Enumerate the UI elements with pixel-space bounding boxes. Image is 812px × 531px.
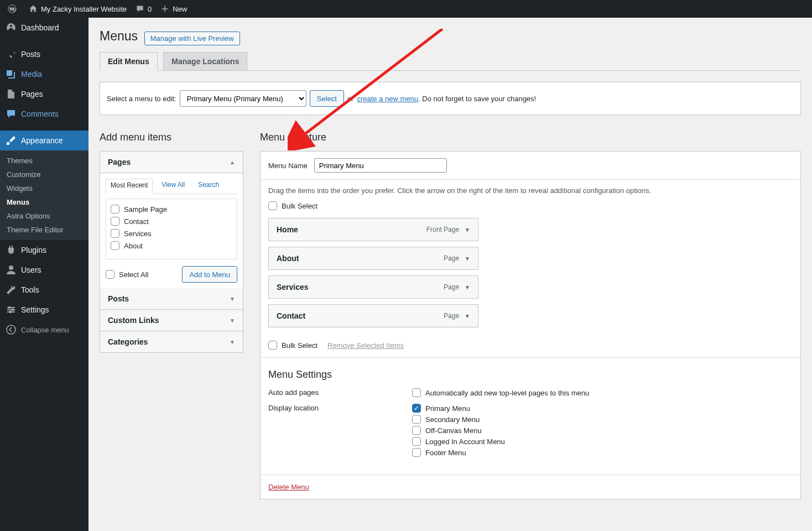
page-checkbox-about[interactable]: About xyxy=(111,241,232,250)
sidebar-label-dashboard: Dashboard xyxy=(21,23,59,32)
display-location-label: Display location xyxy=(268,404,412,412)
sidebar-item-tools[interactable]: Tools xyxy=(0,280,89,300)
bulk-select-checkbox[interactable] xyxy=(268,341,277,350)
checkbox[interactable] xyxy=(412,415,421,424)
menu-item-type: Front Page xyxy=(426,226,459,233)
auto-add-row: Auto add pages Automatically add new top… xyxy=(268,388,793,399)
plugin-icon xyxy=(6,244,17,256)
location-loggedin[interactable]: Logged In Account Menu xyxy=(412,437,505,446)
sub-widgets[interactable]: Widgets xyxy=(0,181,89,195)
menu-name-input[interactable] xyxy=(314,158,447,173)
add-to-menu-button[interactable]: Add to Menu xyxy=(182,266,237,283)
auto-add-checkbox-label[interactable]: Automatically add new top-level pages to… xyxy=(412,388,589,397)
location-offcanvas[interactable]: Off-Canvas Menu xyxy=(412,426,505,435)
sidebar-label-media: Media xyxy=(21,70,42,79)
manage-live-preview-button[interactable]: Manage with Live Preview xyxy=(144,32,240,45)
tab-most-recent[interactable]: Most Recent xyxy=(106,179,153,194)
checkbox[interactable] xyxy=(111,205,119,214)
bulk-select-label[interactable]: Bulk Select xyxy=(282,202,317,210)
menu-item-services[interactable]: Services Page▼ xyxy=(268,275,478,299)
select-all-checkbox[interactable]: Select All xyxy=(106,270,148,279)
delete-menu-link[interactable]: Delete Menu xyxy=(268,483,309,491)
accordion-posts-header[interactable]: Posts ▼ xyxy=(100,288,243,310)
sidebar-item-settings[interactable]: Settings xyxy=(0,300,89,320)
chevron-down-icon[interactable]: ▼ xyxy=(465,227,470,233)
caret-up-icon: ▲ xyxy=(230,159,235,165)
accordion-posts-label: Posts xyxy=(108,294,129,303)
menu-item-home[interactable]: Home Front Page▼ xyxy=(268,218,478,241)
menu-name-label: Menu Name xyxy=(268,162,308,170)
bulk-select-label[interactable]: Bulk Select xyxy=(282,341,317,350)
sub-menus[interactable]: Menus xyxy=(0,195,89,209)
menu-select-row: Select a menu to edit: Primary Menu (Pri… xyxy=(100,82,801,115)
checkbox[interactable] xyxy=(412,448,421,457)
display-location-row: Display location Primary Menu Secondary … xyxy=(268,404,793,459)
checkbox[interactable] xyxy=(412,437,421,446)
menu-selector[interactable]: Primary Menu (Primary Menu) xyxy=(180,90,306,107)
new-content-link[interactable]: New xyxy=(156,0,191,18)
sub-customize[interactable]: Customize xyxy=(0,168,89,181)
menu-structure-column: Menu structure Menu Name Drag the items … xyxy=(260,132,801,499)
sidebar-item-media[interactable]: Media xyxy=(0,64,89,84)
tab-view-all[interactable]: View All xyxy=(157,179,189,194)
tools-icon xyxy=(6,284,17,295)
wp-logo[interactable] xyxy=(3,0,24,18)
sidebar-item-plugins[interactable]: Plugins xyxy=(0,240,89,260)
sidebar-label-comments: Comments xyxy=(21,110,59,118)
accordion-container: Pages ▲ Most Recent View All Search Samp… xyxy=(100,151,243,353)
sidebar-item-pages[interactable]: Pages xyxy=(0,84,89,104)
chevron-down-icon[interactable]: ▼ xyxy=(465,284,470,290)
instructions-text: Drag the items into the order you prefer… xyxy=(261,180,800,201)
checkbox[interactable] xyxy=(106,270,114,279)
collapse-menu-button[interactable]: Collapse menu xyxy=(0,320,89,340)
menu-item-type: Page xyxy=(444,312,459,320)
remove-selected-link[interactable]: Remove Selected Items xyxy=(327,341,404,350)
dashboard-icon xyxy=(6,22,17,33)
sidebar-label-posts: Posts xyxy=(21,50,40,59)
sidebar-item-comments[interactable]: Comments xyxy=(0,104,89,124)
wordpress-icon xyxy=(8,4,17,13)
location-primary[interactable]: Primary Menu xyxy=(412,404,505,413)
menu-item-about[interactable]: About Page▼ xyxy=(268,247,478,270)
admin-bar: My Zacky Installer Website 0 New xyxy=(0,0,812,18)
create-new-menu-link[interactable]: create a new menu xyxy=(357,95,418,103)
checkbox[interactable] xyxy=(412,426,421,435)
sidebar-item-posts[interactable]: Posts xyxy=(0,44,89,64)
accordion-categories-header[interactable]: Categories ▼ xyxy=(100,331,243,352)
checkbox[interactable] xyxy=(412,404,421,413)
chevron-down-icon[interactable]: ▼ xyxy=(465,256,470,262)
sidebar-item-users[interactable]: Users xyxy=(0,260,89,280)
page-checkbox-sample[interactable]: Sample Page xyxy=(111,205,232,214)
tab-manage-locations[interactable]: Manage Locations xyxy=(163,52,247,70)
menu-item-title: Contact xyxy=(277,311,305,320)
sidebar-item-dashboard[interactable]: Dashboard xyxy=(0,18,89,38)
checkbox[interactable] xyxy=(111,217,119,226)
checkbox[interactable] xyxy=(412,388,421,397)
site-name-link[interactable]: My Zacky Installer Website xyxy=(24,0,131,18)
location-secondary[interactable]: Secondary Menu xyxy=(412,415,505,424)
tab-edit-menus[interactable]: Edit Menus xyxy=(100,52,158,71)
auto-add-label: Auto add pages xyxy=(268,388,412,397)
page-checkbox-services[interactable]: Services xyxy=(111,229,232,238)
tab-search[interactable]: Search xyxy=(194,179,223,194)
sidebar-item-appearance[interactable]: Appearance xyxy=(0,131,89,150)
chevron-down-icon[interactable]: ▼ xyxy=(465,313,470,319)
select-button[interactable]: Select xyxy=(310,90,344,107)
comments-link[interactable]: 0 xyxy=(131,0,156,18)
sub-themes[interactable]: Themes xyxy=(0,154,89,168)
user-icon xyxy=(6,264,17,275)
sub-astra[interactable]: Astra Options xyxy=(0,209,89,223)
page-checkbox-contact[interactable]: Contact xyxy=(111,217,232,226)
sub-theme-editor[interactable]: Theme File Editor xyxy=(0,223,89,237)
accordion-links-header[interactable]: Custom Links ▼ xyxy=(100,310,243,331)
menu-item-contact[interactable]: Contact Page▼ xyxy=(268,304,478,327)
accordion-pages-header[interactable]: Pages ▲ xyxy=(100,152,243,173)
svg-point-7 xyxy=(9,311,12,313)
menu-item-type: Page xyxy=(444,254,459,262)
location-footer[interactable]: Footer Menu xyxy=(412,448,505,457)
checkbox[interactable] xyxy=(111,229,119,238)
new-label: New xyxy=(173,5,187,13)
sidebar-label-appearance: Appearance xyxy=(21,136,63,145)
checkbox[interactable] xyxy=(111,241,119,250)
bulk-select-checkbox[interactable] xyxy=(268,201,277,210)
